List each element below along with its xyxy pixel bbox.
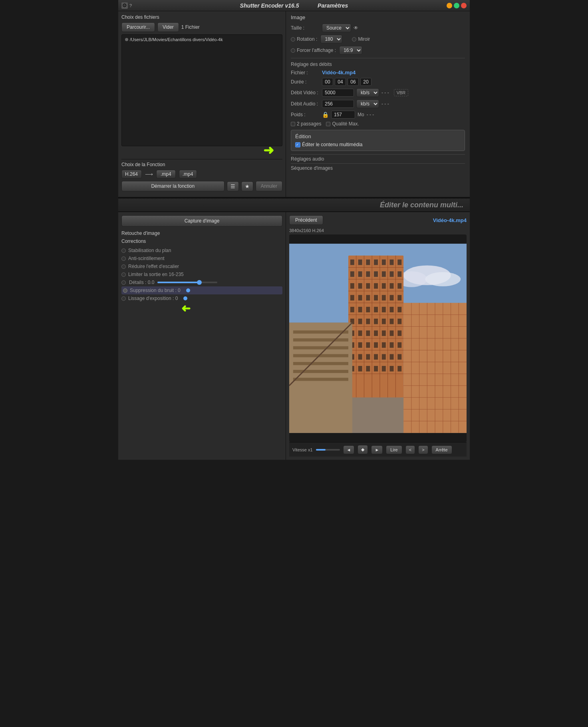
- next-button-pb[interactable]: >: [418, 445, 428, 454]
- audio-bitrate-input[interactable]: [322, 100, 354, 108]
- correction-lissage[interactable]: Lissage d'exposition : 0: [121, 294, 282, 302]
- svg-rect-90: [382, 366, 386, 371]
- duration-m[interactable]: 04: [335, 78, 346, 86]
- audio-bitrate-label: Débit Audio :: [291, 101, 319, 107]
- correction-stabilisation[interactable]: Stabilisation du plan: [121, 246, 282, 254]
- file-item[interactable]: /Users/JLB/Movies/Echantillons divers/Vi…: [123, 36, 280, 43]
- close-button[interactable]: [461, 3, 467, 8]
- weight-input[interactable]: [331, 111, 355, 119]
- sequence-section-item: Séquence d'images: [291, 163, 465, 173]
- rotation-select[interactable]: 180: [320, 35, 342, 44]
- svg-rect-49: [390, 295, 394, 300]
- prev-button[interactable]: Précédent: [289, 215, 323, 225]
- file-name: Vidéo-4k.mp4: [322, 70, 356, 75]
- video-bitrate-unit-select[interactable]: kb/s: [356, 88, 379, 97]
- corrections-title: Corrections: [121, 238, 282, 244]
- video-bitrate-controls: kb/s - - - VBR: [322, 88, 408, 97]
- diamond-button[interactable]: ◆: [358, 445, 368, 454]
- correction-escalier-radio: [121, 264, 126, 269]
- force-radio: Forcer l'affichage : 16:9: [291, 46, 362, 55]
- svg-rect-78: [397, 342, 401, 348]
- svg-rect-98: [293, 362, 348, 365]
- speed-slider[interactable]: [316, 449, 340, 451]
- duration-ms[interactable]: 20: [360, 78, 371, 86]
- prev-frame-button[interactable]: ◄: [343, 445, 355, 454]
- cancel-button[interactable]: Annuler: [256, 181, 282, 191]
- audio-bitrate-unit-select[interactable]: kb/s: [356, 99, 379, 108]
- title-bar-title: Shutter Encoder v16.5 Paramètres: [240, 2, 348, 9]
- weight-controls: 🔒 Mo - - -: [322, 111, 374, 119]
- play-button[interactable]: Lire: [386, 445, 402, 454]
- svg-rect-85: [397, 354, 401, 360]
- correction-suppression-label: Suppression du bruit : 0: [130, 288, 181, 293]
- force-select[interactable]: 16:9: [339, 46, 362, 55]
- svg-point-4: [425, 272, 461, 286]
- svg-rect-83: [382, 354, 386, 360]
- size-dropdown-row: Source 👁: [322, 24, 358, 32]
- svg-rect-62: [382, 319, 386, 324]
- correction-stabilisation-radio: [121, 248, 126, 253]
- start-button[interactable]: Démarrer la fonction: [121, 181, 224, 191]
- svg-rect-32: [366, 271, 370, 277]
- svg-rect-48: [382, 295, 386, 300]
- quality-checkbox[interactable]: Qualité Max.: [326, 121, 359, 127]
- correction-limiter-label: Limiter la sortie en 16-235: [128, 272, 184, 277]
- correction-limiter[interactable]: Limiter la sortie en 16-235: [121, 270, 282, 278]
- edition-box: Édition Éditer le contenu multimédia: [291, 130, 465, 151]
- svg-rect-39: [366, 283, 370, 289]
- top-section: Choix des fichiers Parcourir... Vider 1 …: [118, 11, 470, 198]
- svg-rect-91: [390, 366, 394, 371]
- video-bitrate-input[interactable]: [322, 89, 354, 97]
- svg-rect-47: [374, 295, 378, 300]
- menu-icon-button[interactable]: ☰: [227, 181, 239, 191]
- svg-rect-88: [366, 366, 370, 371]
- function-select[interactable]: H.264: [121, 170, 142, 179]
- svg-rect-45: [358, 295, 362, 300]
- svg-rect-35: [390, 271, 394, 277]
- right-panel: Image Taille : Source 👁 Rotation : 180: [286, 11, 470, 197]
- duration-h[interactable]: 00: [322, 78, 333, 86]
- svg-rect-73: [358, 342, 362, 348]
- minimize-button[interactable]: [447, 3, 452, 8]
- svg-rect-77: [390, 342, 394, 348]
- next-frame-button[interactable]: ►: [371, 445, 383, 454]
- maximize-button[interactable]: [454, 3, 459, 8]
- duration-s[interactable]: 06: [348, 78, 359, 86]
- correction-escalier-label: Réduire l'effet d'escalier: [128, 264, 179, 269]
- svg-rect-42: [390, 283, 394, 289]
- svg-rect-63: [390, 319, 394, 324]
- correction-escalier[interactable]: Réduire l'effet d'escalier: [121, 262, 282, 270]
- video-bitrate-row: Débit Vidéo : kb/s - - - VBR: [291, 88, 465, 97]
- weight-dashes: - - -: [367, 112, 374, 117]
- correction-lissage-label: Lissage d'exposition : 0: [128, 296, 178, 301]
- browse-button[interactable]: Parcourir...: [121, 22, 155, 32]
- edition-checkbox-row[interactable]: Éditer le contenu multimédia: [295, 142, 461, 147]
- ext-select[interactable]: .mp4: [179, 170, 197, 179]
- star-icon-button[interactable]: ★: [241, 181, 253, 191]
- svg-rect-94: [293, 330, 348, 334]
- passes-checkbox[interactable]: 2 passages: [291, 121, 321, 127]
- stop-button[interactable]: Arrête: [431, 445, 452, 454]
- svg-rect-28: [390, 260, 394, 265]
- correction-anti-scintillement-label: Anti-scintillement: [128, 256, 165, 261]
- weight-row: Poids : 🔒 Mo - - -: [291, 111, 465, 119]
- suppression-blue-dot: [186, 288, 190, 292]
- lock-icon: 🔒: [322, 111, 329, 118]
- function-section: Choix de la Fonction H.264 ⟶ .mp4 .mp4 D…: [121, 159, 282, 194]
- size-select[interactable]: Source: [322, 24, 351, 32]
- settings-button[interactable]: ⚙: [121, 2, 128, 9]
- correction-suppression[interactable]: Suppression du bruit : 0: [121, 286, 282, 294]
- prev-button-pb[interactable]: <: [405, 445, 415, 454]
- svg-rect-100: [293, 378, 348, 381]
- clear-button[interactable]: Vider: [157, 22, 179, 32]
- correction-anti-scintillement[interactable]: Anti-scintillement: [121, 254, 282, 262]
- svg-rect-52: [358, 307, 362, 312]
- details-slider[interactable]: [157, 282, 217, 283]
- file-list: /Users/JLB/Movies/Echantillons divers/Vi…: [121, 34, 282, 146]
- svg-rect-38: [358, 283, 362, 289]
- size-row: Taille : Source 👁: [291, 24, 465, 32]
- banner-text: Éditer le contenu multi...: [380, 201, 463, 209]
- capture-button[interactable]: Capture d'image: [121, 215, 282, 226]
- correction-details[interactable]: Détails : 0.0: [121, 278, 282, 286]
- mirror-radio-circle: [352, 37, 356, 42]
